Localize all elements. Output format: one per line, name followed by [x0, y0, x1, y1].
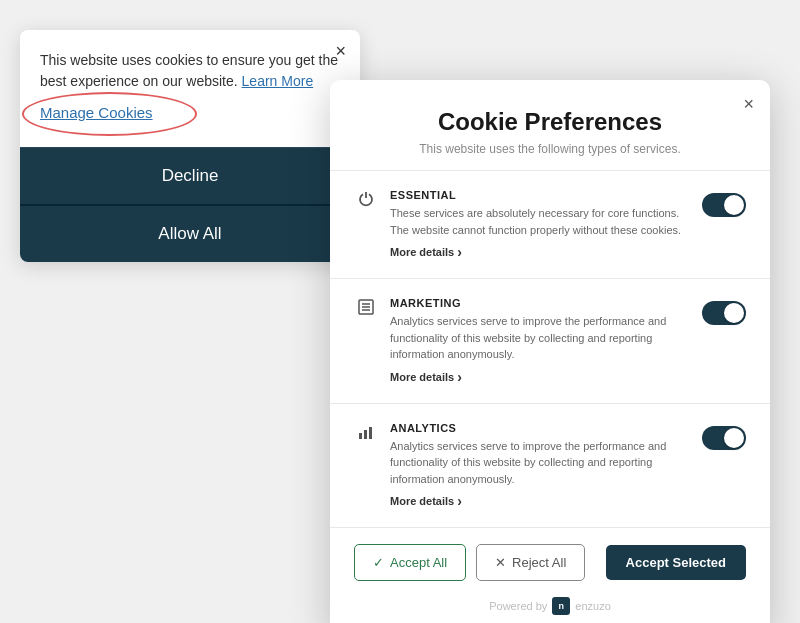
x-icon: ✕ [495, 555, 506, 570]
service-desc-marketing: Analytics services serve to improve the … [390, 313, 690, 363]
power-icon [354, 191, 378, 207]
service-desc-analytics: Analytics services serve to improve the … [390, 438, 690, 488]
reject-all-label: Reject All [512, 555, 566, 570]
toggle-marketing[interactable] [702, 301, 746, 325]
toggle-analytics[interactable] [702, 426, 746, 450]
prefs-close-button[interactable]: × [743, 94, 754, 115]
banner-close-button[interactable]: × [335, 42, 346, 60]
manage-cookies-link[interactable]: Manage Cookies [40, 104, 153, 121]
svg-rect-6 [369, 427, 372, 439]
service-more-analytics[interactable]: More details [390, 493, 690, 509]
service-name-marketing: MARKETING [390, 297, 690, 309]
svg-rect-5 [364, 430, 367, 439]
enzuzo-logo-icon: n [552, 597, 570, 615]
service-row-marketing: MARKETING Analytics services serve to im… [330, 279, 770, 404]
service-row-analytics: ANALYTICS Analytics services serve to im… [330, 404, 770, 529]
powered-by-label: Powered by [489, 600, 547, 612]
decline-button[interactable]: Decline [20, 147, 360, 204]
powered-by-section: Powered by n enzuzo [330, 589, 770, 615]
accept-selected-button[interactable]: Accept Selected [606, 545, 746, 580]
cookie-banner: × This website uses cookies to ensure yo… [20, 30, 360, 262]
service-row-essential: ESSENTIAL These services are absolutely … [330, 171, 770, 279]
service-content-essential: ESSENTIAL These services are absolutely … [390, 189, 690, 260]
service-desc-essential: These services are absolutely necessary … [390, 205, 690, 238]
cookie-preferences-modal: × Cookie Preferences This website uses t… [330, 80, 770, 623]
service-content-marketing: MARKETING Analytics services serve to im… [390, 297, 690, 385]
list-icon [354, 299, 378, 315]
banner-body-text: This website uses cookies to ensure you … [40, 50, 340, 92]
prefs-title: Cookie Preferences [370, 108, 730, 136]
cookie-banner-header: × This website uses cookies to ensure yo… [20, 30, 360, 147]
brand-name: enzuzo [575, 600, 610, 612]
toggle-essential[interactable] [702, 193, 746, 217]
accept-all-button[interactable]: ✓ Accept All [354, 544, 466, 581]
service-name-analytics: ANALYTICS [390, 422, 690, 434]
prefs-header: × Cookie Preferences This website uses t… [330, 80, 770, 171]
accept-all-label: Accept All [390, 555, 447, 570]
reject-all-button[interactable]: ✕ Reject All [476, 544, 585, 581]
service-more-marketing[interactable]: More details [390, 369, 690, 385]
service-more-essential[interactable]: More details [390, 244, 690, 260]
prefs-subtitle: This website uses the following types of… [370, 142, 730, 156]
svg-rect-4 [359, 433, 362, 439]
checkmark-icon: ✓ [373, 555, 384, 570]
service-name-essential: ESSENTIAL [390, 189, 690, 201]
service-content-analytics: ANALYTICS Analytics services serve to im… [390, 422, 690, 510]
allow-all-button[interactable]: Allow All [20, 204, 360, 262]
learn-more-link[interactable]: Learn More [242, 73, 314, 89]
chart-icon [354, 424, 378, 440]
prefs-footer: ✓ Accept All ✕ Reject All Accept Selecte… [330, 528, 770, 589]
